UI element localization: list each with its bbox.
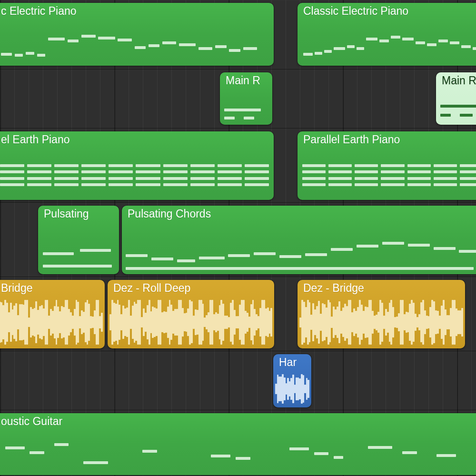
audio-waveform — [109, 299, 272, 346]
midi-region-earth-piano-1[interactable]: el Earth Piano — [0, 131, 274, 200]
midi-region-main-r-2-selected[interactable]: Main R — [436, 72, 476, 125]
midi-region-electric-piano-2[interactable]: Classic Electric Piano — [298, 3, 476, 66]
region-label: Parallel Earth Piano — [298, 131, 476, 148]
region-label: Classic Electric Piano — [298, 3, 476, 19]
audio-region-bridge-1[interactable]: Bridge — [0, 280, 105, 348]
audio-region-roll-deep[interactable]: Dez - Roll Deep — [108, 280, 274, 348]
midi-region-main-r-1[interactable]: Main R — [220, 72, 272, 125]
audio-region-har[interactable]: Har — [273, 354, 311, 407]
audio-waveform — [0, 299, 103, 346]
midi-region-pulsating-1[interactable]: Pulsating — [38, 206, 119, 274]
midi-region-electric-piano-1[interactable]: c Electric Piano — [0, 3, 274, 66]
region-label: Pulsating — [38, 206, 119, 222]
region-label: Dez - Bridge — [298, 280, 465, 296]
timeline-tracks[interactable]: c Electric Piano Classic Electric Piano — [0, 0, 476, 476]
midi-preview — [220, 89, 272, 125]
midi-preview — [298, 148, 476, 200]
region-label: Main R — [220, 72, 272, 89]
region-label: el Earth Piano — [0, 131, 274, 148]
midi-preview — [298, 19, 476, 66]
midi-preview — [38, 222, 119, 274]
midi-preview — [0, 148, 274, 200]
audio-waveform — [275, 373, 309, 405]
track-row[interactable] — [0, 351, 476, 410]
midi-region-earth-piano-2[interactable]: Parallel Earth Piano — [298, 131, 476, 200]
midi-preview — [0, 19, 274, 66]
midi-region-acoustic-guitar[interactable]: oustic Guitar — [0, 413, 476, 475]
region-label: oustic Guitar — [0, 413, 476, 429]
region-label: Bridge — [0, 280, 105, 296]
audio-waveform — [299, 299, 463, 346]
region-label: Dez - Roll Deep — [108, 280, 274, 296]
region-label: Har — [273, 354, 311, 370]
midi-preview — [436, 89, 476, 125]
region-label: Pulsating Chords — [122, 206, 476, 222]
midi-preview — [0, 429, 476, 475]
region-label: Main R — [436, 72, 476, 89]
region-label: c Electric Piano — [0, 3, 274, 19]
midi-preview — [122, 222, 476, 274]
audio-region-bridge-2[interactable]: Dez - Bridge — [298, 280, 465, 348]
midi-region-pulsating-2[interactable]: Pulsating Chords — [122, 206, 476, 274]
